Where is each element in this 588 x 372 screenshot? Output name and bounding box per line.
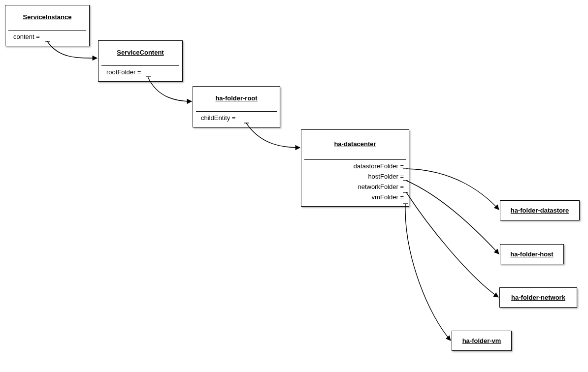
node-ha-folder-host: ha-folder-host: [500, 244, 564, 264]
node-title: ha-folder-vm: [462, 337, 501, 344]
prop-host-folder: hostFolder =: [306, 171, 404, 182]
edge-vmfolder-to-hafoldervm: [405, 204, 451, 341]
node-title: ha-folder-root: [212, 90, 260, 107]
node-title: ha-folder-datastore: [511, 207, 569, 214]
prop-network-folder: networkFolder =: [306, 182, 404, 192]
node-ha-folder-root: ha-folder-root childEntity =: [193, 86, 280, 127]
prop-vm-folder: vmFolder =: [306, 192, 404, 202]
diagram-canvas: ServiceInstance content = ServiceContent…: [0, 0, 588, 372]
node-ha-folder-vm: ha-folder-vm: [452, 331, 512, 351]
node-ha-datacenter: ha-datacenter datastoreFolder = hostFold…: [301, 129, 409, 207]
node-ha-folder-network: ha-folder-network: [499, 287, 577, 308]
edge-datastorefolder-to-hafolderdatastore: [406, 169, 499, 210]
node-title: ha-folder-host: [510, 250, 553, 258]
node-title: ServiceInstance: [20, 8, 74, 26]
node-title: ha-datacenter: [331, 135, 379, 153]
prop-datastore-folder: datastoreFolder =: [306, 161, 404, 171]
node-service-instance: ServiceInstance content =: [5, 5, 90, 46]
prop-root-folder: rootFolder =: [103, 67, 177, 77]
prop-child-entity: childEntity =: [198, 113, 275, 123]
edge-hostfolder-to-hafolderhost: [406, 181, 499, 254]
node-title: ServiceContent: [114, 44, 166, 61]
edges: [0, 0, 588, 372]
node-title: ha-folder-network: [511, 294, 565, 301]
prop-content: content =: [10, 31, 84, 42]
node-service-content: ServiceContent rootFolder =: [98, 40, 183, 82]
node-ha-folder-datastore: ha-folder-datastore: [500, 200, 580, 220]
edge-networkfolder-to-hafoldernetwork: [406, 192, 498, 297]
